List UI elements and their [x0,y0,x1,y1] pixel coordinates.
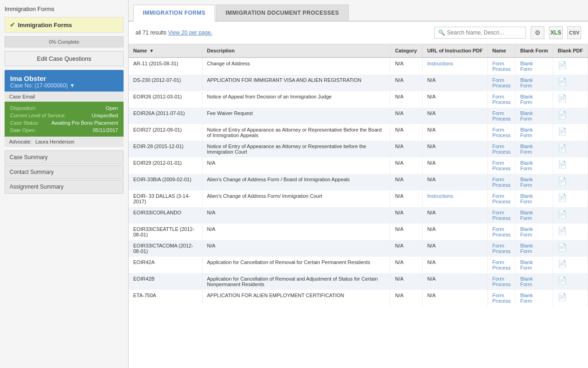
blank-pdf-cell[interactable]: 📄 [553,141,588,157]
form-category: N/A [390,124,422,141]
form-name: ETA-750A [129,290,202,306]
blank-pdf-cell[interactable]: 📄 [553,257,588,273]
form-process-link[interactable]: FormProcess [487,91,515,108]
blank-form-link[interactable]: BlankForm [515,257,553,273]
col-header-description[interactable]: Description [202,44,390,58]
url-cell: N/A [422,75,487,91]
form-name: EOIR26 (2012-03-01) [129,91,202,108]
col-header-name2[interactable]: Name [487,44,515,58]
filter-button[interactable]: ⚙ [531,26,544,39]
level-label: Current Level of Service: [10,113,66,118]
url-cell: N/A [422,273,487,290]
contact-summary-link[interactable]: Contact Summary [5,165,124,179]
date-value: 05/11/2017 [93,127,118,133]
blank-form-link[interactable]: BlankForm [515,174,553,190]
col-header-category[interactable]: Category [390,44,422,58]
blank-pdf-cell[interactable]: 📄 [553,108,588,124]
form-process-link[interactable]: FormProcess [487,58,515,75]
table-row: EOIR-33BIA (2009-02-01) Alien's Change o… [129,174,588,190]
blank-pdf-cell[interactable]: 📄 [553,224,588,240]
blank-pdf-cell[interactable]: 📄 [553,91,588,108]
form-process-link[interactable]: FormProcess [487,141,515,157]
blank-form-link[interactable]: BlankForm [515,240,553,257]
form-category: N/A [390,141,422,157]
search-box: 🔍 [434,27,526,39]
blank-form-link[interactable]: BlankForm [515,58,553,75]
form-process-link[interactable]: FormProcess [487,207,515,224]
per-page-link[interactable]: View 20 per page. [168,29,213,36]
form-process-link[interactable]: FormProcess [487,273,515,290]
col-header-blank-pdf[interactable]: Blank PDF [553,44,588,58]
form-process-link[interactable]: FormProcess [487,108,515,124]
blank-form-link[interactable]: BlankForm [515,141,553,157]
toolbar: all 71 results View 20 per page. 🔍 ⚙ XLS… [129,22,588,44]
summary-links: Case Summary Contact Summary Assignment … [5,150,124,194]
sidebar-active-item[interactable]: ✔ Immigration Forms [5,17,124,33]
case-summary-link[interactable]: Case Summary [5,150,124,164]
form-process-link[interactable]: FormProcess [487,290,515,306]
case-email-label: Case Email [9,94,35,99]
date-label: Date Open: [10,127,36,133]
blank-pdf-cell[interactable]: 📄 [553,290,588,306]
blank-pdf-cell[interactable]: 📄 [553,124,588,141]
search-input[interactable] [447,29,520,36]
sidebar-active-item-label: Immigration Forms [18,22,72,29]
case-details: Disposition: Open Current Level of Servi… [5,102,124,137]
blank-form-link[interactable]: BlankForm [515,207,553,224]
blank-pdf-cell[interactable]: 📄 [553,75,588,91]
url-cell[interactable]: Instructions [422,190,487,207]
form-process-link[interactable]: FormProcess [487,240,515,257]
blank-form-link[interactable]: BlankForm [515,157,553,174]
blank-form-link[interactable]: BlankForm [515,190,553,207]
blank-form-link[interactable]: BlankForm [515,290,553,306]
blank-form-link[interactable]: BlankForm [515,124,553,141]
form-name: EOIR42B [129,273,202,290]
blank-pdf-cell[interactable]: 📄 [553,240,588,257]
form-name: EOIR33ICORLANDO [129,207,202,224]
edit-case-button[interactable]: Edit Case Questions [5,51,124,66]
form-description: Alien's Change of Address Form / Board o… [202,174,390,190]
form-name: EOIR42A [129,257,202,273]
blank-pdf-cell[interactable]: 📄 [553,207,588,224]
form-process-link[interactable]: FormProcess [487,257,515,273]
col-header-name[interactable]: Name ▼ [129,44,202,58]
form-process-link[interactable]: FormProcess [487,75,515,91]
blank-form-link[interactable]: BlankForm [515,91,553,108]
table-header-row: Name ▼ Description Category URL of Instr… [129,44,588,58]
dropdown-icon[interactable]: ▼ [69,82,75,89]
col-header-blank-form[interactable]: Blank Form [515,44,553,58]
case-card-header: Ima Obster Case No: (17-0000060) ▼ [5,70,124,92]
form-name: EOIR27 (2012-09-01) [129,124,202,141]
form-category: N/A [390,224,422,240]
form-process-link[interactable]: FormProcess [487,157,515,174]
assignment-summary-link[interactable]: Assignment Summary [5,180,124,194]
col-header-url[interactable]: URL of Instruction PDF [422,44,487,58]
url-cell: N/A [422,290,487,306]
sidebar-title: Immigration Forms [5,5,124,13]
form-name: EOIR26A (2011-07-01) [129,108,202,124]
export-csv-button[interactable]: CSV [567,26,581,39]
blank-pdf-cell[interactable]: 📄 [553,157,588,174]
form-description: Notice of Appeal from Decision of an Imm… [202,91,390,108]
blank-pdf-cell[interactable]: 📄 [553,273,588,290]
blank-pdf-cell[interactable]: 📄 [553,174,588,190]
blank-pdf-cell[interactable]: 📄 [553,58,588,75]
table-row: EOIR42A Application for Cancellation of … [129,257,588,273]
form-process-link[interactable]: FormProcess [487,174,515,190]
blank-form-link[interactable]: BlankForm [515,108,553,124]
filter-icon: ⚙ [535,29,541,36]
form-process-link[interactable]: FormProcess [487,124,515,141]
tab-immigration-document-processes[interactable]: IMMIGRATION DOCUMENT PROCESSES [216,5,349,21]
blank-form-link[interactable]: BlankForm [515,224,553,240]
form-process-link[interactable]: FormProcess [487,224,515,240]
url-cell: N/A [422,157,487,174]
forms-table: Name ▼ Description Category URL of Instr… [129,44,588,306]
blank-form-link[interactable]: BlankForm [515,273,553,290]
blank-form-link[interactable]: BlankForm [515,75,553,91]
export-excel-button[interactable]: XLS [549,26,563,39]
tab-immigration-forms[interactable]: IMMIGRATION FORMS [133,5,215,22]
form-process-link[interactable]: FormProcess [487,190,515,207]
url-cell[interactable]: Instructions [422,58,487,75]
blank-pdf-cell[interactable]: 📄 [553,190,588,207]
form-category: N/A [390,108,422,124]
